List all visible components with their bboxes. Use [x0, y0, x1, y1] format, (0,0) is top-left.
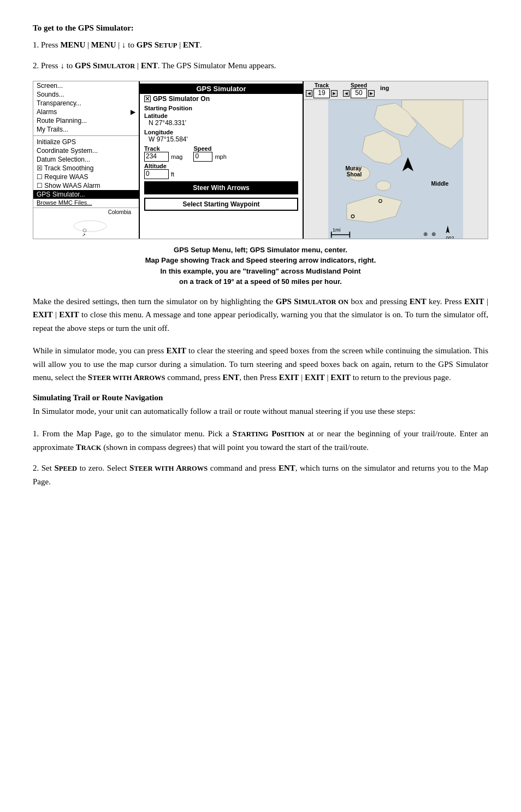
colombia-label: Colombia: [35, 209, 137, 215]
svg-text:↗: ↗: [82, 233, 86, 237]
track-unit: mag: [171, 153, 182, 160]
speed-increment-btn[interactable]: ►: [368, 90, 375, 97]
map-panel: Track ◄ 19 ► Speed ◄ 50 ► ing: [304, 81, 488, 239]
body-para3: In Simulator mode, your unit can automat…: [33, 405, 488, 418]
select-starting-waypoint-button[interactable]: Select Starting Waypoint: [144, 198, 298, 211]
menu-item-screen[interactable]: Screen...: [33, 81, 139, 90]
steer-with-arrows-button[interactable]: Steer With Arrows: [144, 181, 298, 194]
map-speed-label: Speed: [351, 82, 367, 88]
speed-input[interactable]: 0: [193, 152, 212, 162]
map-svg: Muray Shoal Middle 1mi ⊕ ⊕ 002: [304, 100, 488, 239]
starting-position-label: Starting Position: [140, 105, 303, 111]
menu-item-alarms[interactable]: Alarms: [33, 108, 139, 116]
gps-simulator-on-label: GPS Simulator On: [153, 95, 210, 103]
menu-item-sounds[interactable]: Sounds...: [33, 90, 139, 99]
speed-decrement-btn[interactable]: ◄: [343, 90, 350, 97]
sim-menu-title: GPS Simulator: [140, 84, 303, 94]
map-body: Muray Shoal Middle 1mi ⊕ ⊕ 002: [304, 100, 488, 239]
altitude-unit: ft: [171, 171, 174, 177]
svg-text:Shoal: Shoal: [347, 171, 362, 177]
map-heading-label: ing: [380, 82, 389, 98]
map-track-label: Track: [315, 82, 329, 88]
svg-text:Muray: Muray: [346, 165, 362, 171]
sim-checkbox-row[interactable]: GPS Simulator On: [140, 94, 303, 104]
gps-simulator-menu: GPS Simulator GPS Simulator On Starting …: [140, 81, 304, 239]
body-para2: While in simulator mode, you can press E…: [33, 344, 488, 384]
svg-text:002: 002: [446, 235, 454, 238]
colombia-map-svg: ↗: [35, 215, 131, 237]
menu-item-coordinate-system[interactable]: Coordinate System...: [33, 146, 139, 155]
gps-setup-menu: Screen... Sounds... Transparency... Alar…: [33, 81, 140, 239]
svg-text:⊕: ⊕: [431, 231, 436, 237]
caption-line4: on a track of 19° at a speed of 50 miles…: [33, 276, 488, 287]
svg-point-9: [376, 181, 391, 191]
menu-item-my-trails[interactable]: My Trails...: [33, 125, 139, 134]
caption: GPS Setup Menu, left; GPS Simulator menu…: [33, 245, 488, 287]
screenshot-composite: Screen... Sounds... Transparency... Alar…: [33, 81, 488, 239]
altitude-input[interactable]: 0: [144, 169, 169, 179]
track-increment-btn[interactable]: ►: [331, 90, 338, 97]
menu-divider-1: [33, 135, 139, 136]
caption-line1: GPS Setup Menu, left; GPS Simulator menu…: [33, 245, 488, 256]
svg-text:1mi: 1mi: [333, 227, 340, 233]
menu-item-show-waas[interactable]: ☐ Show WAAS Alarm: [33, 181, 139, 190]
latitude-value: N 27°48.331': [140, 119, 303, 128]
track-label: Track: [144, 145, 182, 152]
speed-label: Speed: [193, 145, 226, 152]
distance-label: 4000mi: [35, 238, 137, 239]
menu-item-transparency[interactable]: Transparency...: [33, 99, 139, 108]
map-speed-col: Speed ◄ 50 ►: [343, 82, 375, 98]
menu-item-browse-mmc[interactable]: Browse MMC Files...: [33, 199, 139, 206]
caption-line3: In this example, you are "traveling" acr…: [33, 266, 488, 277]
body-para1: Make the desired settings, then turn the…: [33, 295, 488, 335]
intro-line3-wrap: 2. Press ↓ to GPS SIMULATOR | ENT. The G…: [33, 60, 488, 72]
svg-point-0: [74, 221, 106, 232]
intro-line2: 1. Press MENU | MENU | ↓ to GPS SETUP | …: [33, 39, 488, 51]
intro-section: To get to the GPS Simulator: 1. Press ME…: [33, 22, 488, 51]
menu-item-track-smoothing[interactable]: ☒ Track Smoothing: [33, 164, 139, 173]
menu-item-gps-simulator[interactable]: GPS Simulator...: [33, 190, 139, 199]
track-input[interactable]: 234: [144, 152, 169, 162]
svg-text:Middle: Middle: [431, 181, 449, 187]
speed-unit: mph: [215, 153, 226, 160]
longitude-value: W 97°15.584': [140, 135, 303, 144]
track-decrement-btn[interactable]: ◄: [306, 90, 312, 97]
menu-item-initialize-gps[interactable]: Initialize GPS: [33, 138, 139, 146]
latitude-label: Latitude: [140, 112, 303, 119]
intro-line1: To get to the GPS Simulator:: [33, 23, 134, 32]
gps-simulator-on-checkbox[interactable]: [144, 96, 151, 102]
svg-point-1: [83, 229, 86, 232]
map-header: Track ◄ 19 ► Speed ◄ 50 ► ing: [304, 81, 488, 100]
body-para5: 2. Set SPEED to zero. Select STEER WITH …: [33, 461, 488, 489]
body-para4: 1. From the Map Page, go to the simulato…: [33, 427, 488, 454]
menu-item-route-planning[interactable]: Route Planning...: [33, 116, 139, 125]
svg-text:⊕: ⊕: [423, 231, 428, 237]
longitude-label: Longitude: [140, 129, 303, 135]
map-speed-value[interactable]: 50: [351, 88, 367, 98]
menu-item-require-waas[interactable]: ☐ Require WAAS: [33, 173, 139, 181]
intro-line3: 2. Press ↓ to GPS SIMULATOR | ENT. The G…: [33, 60, 488, 72]
track-speed-row: Track 234 mag Speed 0 mph: [140, 144, 303, 163]
map-mini: Colombia ↗ 4000mi: [33, 208, 139, 239]
map-track-col: Track ◄ 19 ►: [306, 82, 338, 98]
altitude-row: Altitude 0 ft: [140, 163, 303, 179]
caption-line2: Map Page showing Track and Speed steerin…: [33, 255, 488, 266]
menu-item-datum-selection[interactable]: Datum Selection...: [33, 155, 139, 164]
altitude-label: Altitude: [144, 163, 298, 169]
map-track-value[interactable]: 19: [313, 88, 330, 98]
section-title-simulating: Simulating Trail or Route Navigation: [33, 393, 488, 402]
